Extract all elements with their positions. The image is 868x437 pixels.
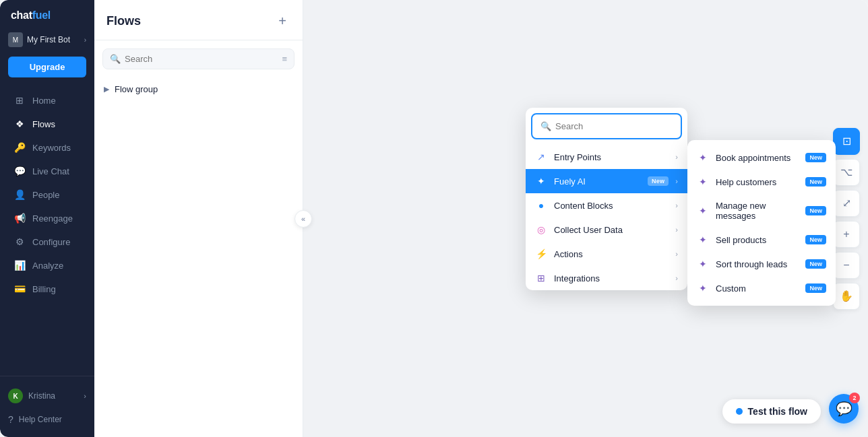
- zoom-in-button[interactable]: +: [833, 221, 860, 248]
- expand-button[interactable]: ⤢: [833, 190, 860, 217]
- chevron-right-icon: ›: [675, 177, 678, 185]
- hand-tool-button[interactable]: ✋: [833, 283, 860, 310]
- actions-icon: ⚡: [535, 248, 547, 259]
- sidebar-item-keywords[interactable]: 🔑 Keywords: [4, 136, 90, 159]
- sidebar-item-label: People: [32, 190, 59, 200]
- logo: chatfuel: [0, 0, 94, 28]
- custom-icon: ✦: [697, 283, 709, 294]
- sidebar-item-home[interactable]: ⊞ Home: [4, 89, 90, 112]
- dropdown-search-bar: 🔍: [531, 113, 682, 139]
- user-avatar: K: [8, 389, 23, 403]
- menu-item-label: Fuely AI: [554, 176, 641, 187]
- sidebar-nav: ⊞ Home ❖ Flows 🔑 Keywords 💬 Live Chat 👤 …: [0, 83, 94, 376]
- submenu-label: Custom: [716, 283, 799, 294]
- upgrade-button[interactable]: Upgrade: [8, 57, 86, 77]
- search-icon: 🔍: [540, 121, 551, 131]
- manage-messages-icon: ✦: [697, 205, 709, 216]
- zoom-out-icon: −: [843, 259, 849, 271]
- submenu-item-custom[interactable]: ✦ Custom New: [687, 276, 836, 300]
- menu-item-label: Entry Points: [554, 152, 669, 162]
- fuely-ai-submenu: ✦ Book appointments New ✦ Help customers…: [687, 140, 836, 306]
- chevron-right-icon: ›: [675, 201, 678, 209]
- fuely-ai-icon: ✦: [535, 176, 547, 187]
- content-blocks-icon: ●: [535, 200, 547, 211]
- new-badge: New: [648, 176, 669, 186]
- submenu-item-manage-messages[interactable]: ✦ Manage new messages New: [687, 194, 836, 228]
- new-badge: New: [805, 177, 826, 187]
- flows-panel: Flows + 🔍 ≡ ▶ Flow group «: [94, 0, 303, 437]
- add-block-dropdown: 🔍 ↗ Entry Points › ✦ Fuely AI New › ● Co…: [526, 108, 687, 290]
- sidebar-item-label: Configure: [32, 237, 70, 247]
- panel-collapse-button[interactable]: «: [294, 210, 312, 228]
- menu-item-fuely-ai[interactable]: ✦ Fuely AI New ›: [526, 169, 687, 193]
- bot-name: My First Bot: [27, 35, 80, 44]
- help-center-item[interactable]: ? Help Center: [0, 409, 94, 430]
- chevron-right-icon: ›: [84, 392, 86, 400]
- flows-search-input[interactable]: [125, 54, 278, 64]
- canvas-area: 🔍 ↗ Entry Points › ✦ Fuely AI New › ● Co…: [303, 0, 868, 437]
- bot-selector[interactable]: M My First Bot ›: [0, 28, 94, 51]
- sidebar-item-label: Billing: [32, 284, 56, 294]
- menu-item-label: Actions: [554, 249, 669, 259]
- share-icon: ⌥: [840, 166, 852, 178]
- submenu-item-sort-leads[interactable]: ✦ Sort through leads New: [687, 252, 836, 276]
- sidebar: chatfuel M My First Bot › Upgrade ⊞ Home…: [0, 0, 94, 437]
- logo-text: chatfuel: [11, 9, 51, 22]
- test-dot-icon: [736, 408, 743, 415]
- chat-fab-button[interactable]: 💬 2: [829, 394, 859, 424]
- share-button[interactable]: ⌥: [833, 159, 860, 186]
- sidebar-item-configure[interactable]: ⚙ Configure: [4, 230, 90, 253]
- chevron-right-icon: ›: [675, 226, 678, 234]
- collect-user-data-icon: ◎: [535, 224, 547, 235]
- submenu-label: Manage new messages: [716, 201, 799, 221]
- chevron-right-icon: ›: [675, 250, 678, 258]
- submenu-label: Help customers: [716, 177, 799, 187]
- search-icon: 🔍: [110, 54, 121, 64]
- home-icon: ⊞: [13, 95, 26, 106]
- submenu-item-help-customers[interactable]: ✦ Help customers New: [687, 170, 836, 194]
- user-name: Kristina: [28, 391, 55, 401]
- submenu-item-sell-products[interactable]: ✦ Sell products New: [687, 228, 836, 252]
- sidebar-item-reengage[interactable]: 📢 Reengage: [4, 207, 90, 230]
- submenu-label: Sort through leads: [716, 259, 799, 269]
- submenu-item-book-appointments[interactable]: ✦ Book appointments New: [687, 145, 836, 170]
- sidebar-item-label: Flows: [32, 119, 55, 129]
- test-flow-button[interactable]: Test this flow: [722, 399, 821, 424]
- sidebar-item-live-chat[interactable]: 💬 Live Chat: [4, 160, 90, 182]
- new-badge: New: [805, 283, 826, 293]
- sidebar-item-flows[interactable]: ❖ Flows: [4, 112, 90, 135]
- menu-item-entry-points[interactable]: ↗ Entry Points ›: [526, 145, 687, 169]
- zoom-in-icon: +: [843, 228, 849, 240]
- help-icon: ?: [8, 414, 13, 425]
- user-profile[interactable]: K Kristina ›: [0, 383, 94, 409]
- analyze-icon: 📊: [13, 260, 26, 271]
- reengage-icon: 📢: [13, 213, 26, 224]
- menu-item-actions[interactable]: ⚡ Actions ›: [526, 242, 687, 266]
- menu-item-integrations[interactable]: ⊞ Integrations ›: [526, 266, 687, 290]
- test-flow-label: Test this flow: [748, 406, 807, 417]
- sidebar-item-people[interactable]: 👤 People: [4, 183, 90, 206]
- add-flow-button[interactable]: +: [274, 12, 290, 30]
- flow-group-name: Flow group: [115, 84, 158, 94]
- menu-item-collect-user-data[interactable]: ◎ Collect User Data ›: [526, 217, 687, 242]
- layout-button[interactable]: ⊡: [833, 128, 860, 155]
- book-appointments-icon: ✦: [697, 152, 709, 163]
- help-customers-icon: ✦: [697, 176, 709, 187]
- live-chat-icon: 💬: [13, 166, 26, 176]
- sidebar-item-billing[interactable]: 💳 Billing: [4, 277, 90, 300]
- configure-icon: ⚙: [13, 236, 26, 247]
- sidebar-item-analyze[interactable]: 📊 Analyze: [4, 254, 90, 277]
- entry-points-icon: ↗: [535, 152, 547, 162]
- flow-group-item[interactable]: ▶ Flow group: [94, 77, 303, 101]
- dropdown-search-input[interactable]: [555, 121, 673, 131]
- zoom-out-button[interactable]: −: [833, 252, 860, 279]
- menu-item-label: Collect User Data: [554, 225, 669, 235]
- new-badge: New: [805, 235, 826, 244]
- menu-item-label: Integrations: [554, 273, 669, 283]
- menu-item-content-blocks[interactable]: ● Content Blocks ›: [526, 193, 687, 217]
- menu-item-label: Content Blocks: [554, 201, 669, 211]
- sell-products-icon: ✦: [697, 234, 709, 245]
- sort-leads-icon: ✦: [697, 259, 709, 269]
- new-badge: New: [805, 206, 826, 215]
- filter-icon[interactable]: ≡: [282, 54, 287, 64]
